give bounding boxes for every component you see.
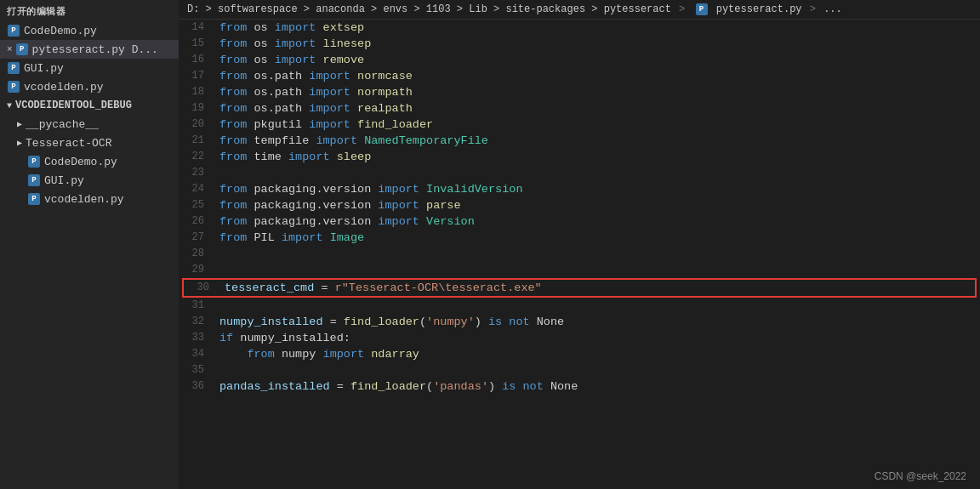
py-icon: P xyxy=(7,24,20,37)
line-content: from packaging.version import parse xyxy=(214,197,980,213)
code-line: 30tesseract_cmd = r"Tesseract-OCR\tesser… xyxy=(182,278,977,298)
code-line: 21from tempfile import NamedTemporaryFil… xyxy=(179,133,980,149)
line-number: 14 xyxy=(179,20,214,36)
code-line: 33if numpy_installed: xyxy=(179,330,980,346)
line-content xyxy=(214,246,980,262)
py-icon-3: P xyxy=(7,61,20,75)
code-line: 17from os.path import normcase xyxy=(179,68,980,84)
line-number: 35 xyxy=(179,362,214,378)
sidebar-label-tree-gui: GUI.py xyxy=(44,174,84,187)
breadcrumb-path: D: > softwarespace > anaconda > envs > 1… xyxy=(187,3,671,15)
py-icon-6: P xyxy=(27,173,41,187)
line-number: 26 xyxy=(179,213,214,230)
sidebar-item-tree-vcodelden[interactable]: P vcodelden.py xyxy=(0,190,179,208)
line-content: from pkgutil import find_loader xyxy=(214,117,980,133)
code-line: 24from packaging.version import InvalidV… xyxy=(179,181,980,197)
code-line: 19from os.path import realpath xyxy=(179,100,980,117)
sidebar-item-vcodelden[interactable]: P vcodelden.py xyxy=(0,77,179,96)
sidebar-item-pycache[interactable]: ▶ __pycache__ xyxy=(0,115,179,134)
sidebar-label-gui: GUI.py xyxy=(24,62,64,75)
code-area: 14from os import extsep15from os import … xyxy=(179,20,980,489)
line-content: from packaging.version import InvalidVer… xyxy=(214,181,980,197)
line-content: tesseract_cmd = r"Tesseract-OCR\tesserac… xyxy=(219,280,975,296)
line-content: from os import extsep xyxy=(214,20,980,36)
code-line: 28 xyxy=(179,246,980,262)
line-content xyxy=(214,298,980,314)
sidebar-item-codedemo[interactable]: P CodeDemo.py xyxy=(0,21,179,40)
sidebar-item-tree-gui[interactable]: P GUI.py xyxy=(0,171,179,190)
line-number: 21 xyxy=(179,133,214,149)
open-editors-title: 打开的编辑器 xyxy=(0,0,179,21)
code-line: 27from PIL import Image xyxy=(179,230,980,246)
line-number: 32 xyxy=(179,314,214,330)
line-content: from packaging.version import Version xyxy=(214,213,980,230)
sidebar-group-title: VCODEIDENTOOL_DEBUG xyxy=(15,100,132,111)
line-content: if numpy_installed: xyxy=(214,330,980,346)
line-content xyxy=(214,262,980,278)
close-icon[interactable]: × xyxy=(7,44,13,54)
arrow-icon: ▼ xyxy=(7,101,12,111)
line-number: 18 xyxy=(179,84,214,100)
sidebar-label-pycache: __pycache__ xyxy=(26,118,99,131)
line-number: 24 xyxy=(179,181,214,197)
line-number: 27 xyxy=(179,230,214,246)
line-content: from time import sleep xyxy=(214,149,980,165)
sidebar-label-tree-vcodelden: vcodelden.py xyxy=(44,193,124,206)
line-number: 31 xyxy=(179,298,214,314)
line-content: pandas_installed = find_loader('pandas')… xyxy=(214,378,980,395)
sidebar-item-tree-codedemo[interactable]: P CodeDemo.py xyxy=(0,152,179,171)
line-content: from os.path import realpath xyxy=(214,100,980,117)
line-content xyxy=(214,362,980,378)
watermark: CSDN @seek_2022 xyxy=(875,470,966,482)
line-content xyxy=(214,165,980,181)
folder-arrow-icon-2: ▶ xyxy=(17,138,22,148)
line-number: 29 xyxy=(179,262,214,278)
code-line: 23 xyxy=(179,165,980,181)
breadcrumb-suffix: ... xyxy=(823,3,842,15)
line-number: 19 xyxy=(179,100,214,117)
sidebar-item-gui[interactable]: P GUI.py xyxy=(0,59,179,77)
sidebar-group-debug[interactable]: ▼ VCODEIDENTOOL_DEBUG xyxy=(0,96,179,115)
code-line: 32numpy_installed = find_loader('numpy')… xyxy=(179,314,980,330)
line-number: 34 xyxy=(179,346,214,362)
sidebar-label-vcodelden: vcodelden.py xyxy=(24,81,104,94)
line-content: from numpy import ndarray xyxy=(214,346,980,362)
line-number: 30 xyxy=(184,280,219,296)
line-number: 33 xyxy=(179,330,214,346)
code-line: 18from os.path import normpath xyxy=(179,84,980,100)
code-line: 34 from numpy import ndarray xyxy=(179,346,980,362)
line-content: numpy_installed = find_loader('numpy') i… xyxy=(214,314,980,330)
line-number: 36 xyxy=(179,378,214,395)
line-content: from tempfile import NamedTemporaryFile xyxy=(214,133,980,149)
line-content: from os.path import normpath xyxy=(214,84,980,100)
code-line: 16from os import remove xyxy=(179,52,980,68)
line-number: 22 xyxy=(179,149,214,165)
line-number: 28 xyxy=(179,246,214,262)
sidebar-label-tree-codedemo: CodeDemo.py xyxy=(44,156,117,168)
editor-container: D: > softwarespace > anaconda > envs > 1… xyxy=(179,0,980,489)
py-icon-5: P xyxy=(27,155,41,168)
breadcrumb: D: > softwarespace > anaconda > envs > 1… xyxy=(179,0,980,20)
code-line: 20from pkgutil import find_loader xyxy=(179,117,980,133)
sidebar-label-codedemo: CodeDemo.py xyxy=(24,25,97,37)
line-number: 25 xyxy=(179,197,214,213)
py-icon-7: P xyxy=(27,192,41,206)
py-icon-4: P xyxy=(7,80,20,94)
breadcrumb-file: pytesseract.py xyxy=(716,3,802,15)
code-line: 14from os import extsep xyxy=(179,20,980,36)
folder-arrow-icon: ▶ xyxy=(17,119,22,129)
line-number: 15 xyxy=(179,36,214,52)
line-content: from os import remove xyxy=(214,52,980,68)
sidebar-item-tesseract-ocr[interactable]: ▶ Tesseract-OCR xyxy=(0,134,179,152)
code-line: 15from os import linesep xyxy=(179,36,980,52)
line-content: from PIL import Image xyxy=(214,230,980,246)
code-line: 22from time import sleep xyxy=(179,149,980,165)
code-line: 36pandas_installed = find_loader('pandas… xyxy=(179,378,980,395)
line-number: 16 xyxy=(179,52,214,68)
code-line: 29 xyxy=(179,262,980,278)
sidebar-label-pytesseract: pytesseract.py D... xyxy=(32,43,158,56)
py-icon-2: P xyxy=(15,43,29,56)
sidebar-item-pytesseract[interactable]: × P pytesseract.py D... xyxy=(0,40,179,59)
code-line: 31 xyxy=(179,298,980,314)
sidebar-label-tesseract: Tesseract-OCR xyxy=(26,137,111,150)
